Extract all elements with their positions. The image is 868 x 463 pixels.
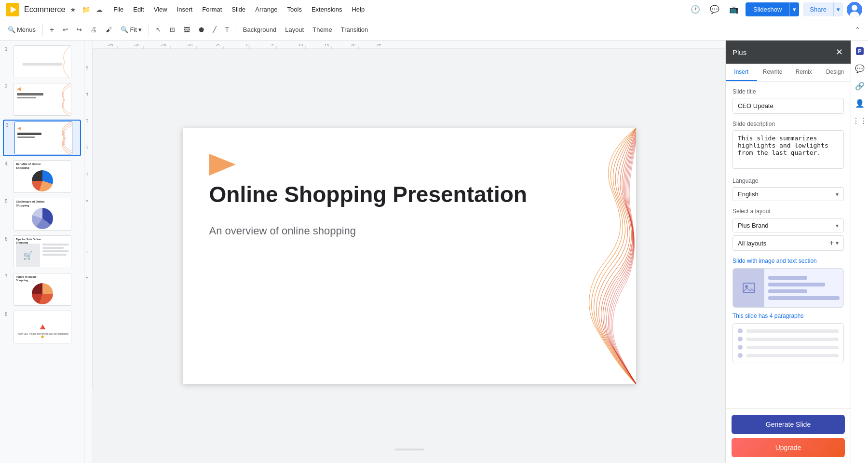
slides-panel[interactable]: 1 2 [0, 41, 84, 463]
tab-insert[interactable]: Insert [726, 64, 757, 81]
panel-footer: Generate Slide Upgrade [726, 409, 851, 463]
add-slide-button[interactable]: + [46, 23, 58, 37]
layout-card-1[interactable] [732, 268, 844, 308]
menu-extensions[interactable]: Extensions [307, 3, 347, 16]
layout-card-image-text-section[interactable]: Slide with image and text section [732, 258, 844, 308]
slide-thumb-4[interactable]: 4 Benefits of Online Shopping [3, 159, 81, 194]
star-button[interactable]: ★ [68, 4, 78, 15]
slideshow-button[interactable]: Slideshow [746, 2, 789, 16]
app-logo [6, 3, 19, 16]
svg-point-39 [745, 285, 748, 288]
menu-view[interactable]: View [149, 3, 172, 16]
share-button[interactable]: Share [803, 2, 833, 16]
slide-thumb-6[interactable]: 6 Tips for Safe Online Shopping 🛒 [3, 234, 81, 269]
svg-text:-4: -4 [85, 92, 89, 96]
menu-file[interactable]: File [108, 3, 128, 16]
toolbar-separator-3 [236, 24, 236, 36]
slide-thumb-1[interactable]: 1 [3, 44, 81, 79]
tab-rewrite[interactable]: Rewrite [757, 64, 788, 81]
layout-all-value: All layouts [738, 240, 766, 247]
person-sidebar-icon[interactable]: 👤 [853, 96, 867, 110]
paint-format-button[interactable]: 🖌 [102, 24, 116, 36]
layout-button[interactable]: Layout [281, 24, 308, 36]
menu-edit[interactable]: Edit [128, 3, 149, 16]
svg-text:25: 25 [377, 43, 381, 47]
cursor-icon: ↖ [156, 26, 161, 33]
background-button[interactable]: Background [239, 24, 280, 36]
upgrade-button[interactable]: Upgrade [732, 438, 845, 457]
panel-close-button[interactable]: ✕ [835, 46, 844, 58]
main-content: 1 2 [0, 41, 868, 463]
language-value: English [738, 191, 759, 198]
menu-tools[interactable]: Tools [283, 3, 307, 16]
paragraph-dot-2 [738, 337, 743, 341]
layout-brand-value: Plus Brand [738, 222, 769, 229]
language-select[interactable]: English ▾ [732, 187, 844, 201]
menu-insert[interactable]: Insert [172, 3, 198, 16]
layout-card-paragraphs-section[interactable]: This slide has 4 paragraphs [732, 313, 844, 363]
link-sidebar-icon[interactable]: 🔗 [853, 79, 867, 93]
svg-text:20: 20 [351, 43, 355, 47]
panel-title: Plus [732, 48, 746, 56]
chat-sidebar-icon[interactable]: 💬 [853, 62, 867, 75]
line-button[interactable]: ╱ [209, 24, 220, 36]
print-button[interactable]: 🖨 [87, 24, 101, 36]
slide-thumb-2[interactable]: 2 [3, 82, 81, 117]
menu-help[interactable]: Help [347, 3, 369, 16]
theme-button[interactable]: Theme [309, 24, 336, 36]
shape-button[interactable]: ⬟ [195, 24, 208, 36]
svg-text:-20: -20 [134, 43, 140, 47]
line-icon: ╱ [213, 26, 217, 33]
layout-card-2[interactable] [732, 323, 844, 363]
svg-text:-25: -25 [108, 43, 113, 47]
slide-title-input[interactable] [732, 98, 844, 114]
cloud-button[interactable]: ☁ [94, 4, 105, 15]
tab-design[interactable]: Design [819, 64, 851, 81]
present-button[interactable]: 📺 [726, 2, 742, 17]
redo-button[interactable]: ↪ [73, 24, 86, 36]
canvas-area: -25 -20 -15 -10 -5 0 5 10 15 20 25 [84, 41, 725, 463]
paragraph-row-3 [738, 345, 839, 350]
generate-slide-button[interactable]: Generate Slide [732, 415, 845, 434]
select-button[interactable]: ⊡ [166, 24, 179, 36]
canvas-with-ruler: -5 -4 -3 -2 -1 0 1 2 3 [84, 49, 725, 463]
plus-sidebar-icon[interactable]: P [853, 44, 867, 58]
menu-arrange[interactable]: Arrange [250, 3, 282, 16]
share-dropdown-button[interactable]: ▾ [833, 2, 843, 16]
menu-format[interactable]: Format [197, 3, 227, 16]
svg-text:-10: -10 [187, 43, 193, 47]
folder-button[interactable]: 📁 [80, 4, 92, 15]
search-menus-button[interactable]: 🔍 Menus [4, 24, 40, 36]
layout-all-select[interactable]: All layouts + ▾ [732, 235, 844, 251]
zoom-button[interactable]: 🔍 Fit ▾ [117, 24, 145, 36]
paragraph-dot-1 [738, 328, 743, 333]
grid-sidebar-icon[interactable]: ⋮⋮ [853, 114, 867, 127]
comments-button[interactable]: 💬 [707, 2, 722, 17]
ruler-vertical: -5 -4 -3 -2 -1 0 1 2 3 [84, 49, 93, 463]
cursor-button[interactable]: ↖ [152, 24, 165, 36]
slide-thumb-5[interactable]: 5 Challenges of Online Shopping [3, 197, 81, 232]
zoom-dropdown-icon: ▾ [138, 26, 142, 33]
textbox-button[interactable]: T [221, 24, 233, 36]
svg-text:-1: -1 [85, 172, 89, 176]
layout-brand-select[interactable]: Plus Brand ▾ [732, 218, 844, 232]
slide-thumb-7[interactable]: 7 Future of Online Shopping [3, 272, 81, 307]
menu-slide[interactable]: Slide [227, 3, 250, 16]
collapse-toolbar-button[interactable]: ⌃ [851, 24, 864, 36]
add-icon: + [50, 26, 54, 34]
svg-text:1: 1 [85, 224, 89, 226]
undo-button[interactable]: ↩ [59, 24, 72, 36]
user-avatar[interactable] [847, 2, 862, 17]
tab-remix[interactable]: Remix [788, 64, 820, 81]
transition-button[interactable]: Transition [337, 24, 372, 36]
textbox-icon: T [225, 26, 229, 33]
slide-thumb-3[interactable]: 3 [3, 120, 81, 156]
svg-text:2: 2 [85, 250, 89, 253]
slide-canvas[interactable]: Online Shopping Presentation An overview… [183, 128, 636, 384]
image-button[interactable]: 🖼 [180, 24, 194, 36]
slideshow-dropdown-button[interactable]: ▾ [789, 2, 799, 16]
plus-panel: Plus ✕ Insert Rewrite Remix Design Slide… [725, 41, 851, 463]
slide-description-textarea[interactable]: This slide summarizes highlights and low… [732, 130, 844, 169]
slide-thumb-8[interactable]: 8 🔺 Thank you. Please feel free to ask a… [3, 310, 81, 344]
history-button[interactable]: 🕐 [688, 2, 703, 17]
